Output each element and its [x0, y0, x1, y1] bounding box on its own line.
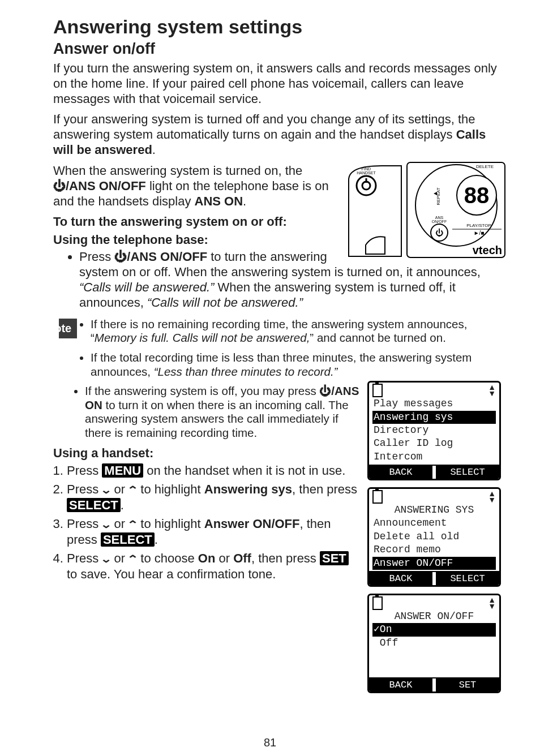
scroll-arrows-icon: ▲▼ [488, 491, 496, 503]
note-badge: note [59, 319, 77, 338]
step2-d: , then press [292, 482, 357, 496]
softkey-back[interactable]: BACK [369, 572, 436, 585]
menu-play-messages: Play messages [372, 397, 496, 410]
battery-icon [372, 490, 383, 504]
page-title: Answering system settings [53, 16, 506, 38]
menu-directory: Directory [372, 424, 496, 437]
screen-answering-sys: ▲▼ ANSWERING SYS Announcement Delete all… [367, 487, 501, 587]
power-icon: ⏻ [319, 384, 331, 397]
menu-announcement: Announcement [372, 517, 496, 530]
section-subtitle: Answer on/off [53, 40, 506, 58]
step4-c: to choose [137, 551, 198, 565]
step1-a: Press [67, 463, 102, 478]
set-key: SET [320, 551, 349, 565]
note-2: If the total recording time is less than… [91, 351, 506, 379]
battery-icon [372, 596, 383, 610]
select-key: SELECT [101, 532, 155, 547]
note3-a: If the answering system is off, you may … [85, 384, 319, 397]
step3-a: Press [67, 517, 102, 531]
svg-text:ON/OFF: ON/OFF [432, 220, 447, 224]
brand-label: vtech [473, 244, 502, 256]
softkey-select[interactable]: SELECT [436, 466, 499, 479]
softkey-back[interactable]: BACK [369, 466, 436, 479]
menu-caller-id-log: Caller ID log [372, 437, 496, 450]
step2-bold: Answering sys [204, 482, 292, 496]
power-icon: ⏻ [435, 228, 443, 237]
up-chevron-icon: ⌃ [127, 553, 139, 566]
find-handset-label: FIND [362, 167, 371, 171]
menu-intercom: Intercom [372, 450, 496, 463]
svg-text:►/■: ►/■ [474, 230, 485, 236]
step2-c: to highlight [137, 482, 204, 496]
softkey-back[interactable]: BACK [369, 678, 436, 691]
menu-key: MENU [102, 463, 143, 478]
menu-record-memo: Record memo [372, 543, 496, 556]
screen2-title: ANSWERING SYS [372, 504, 496, 517]
step2-a: Press [67, 482, 102, 496]
playstop-label: PLAY/STOP [466, 223, 491, 228]
intro-paragraph-2: If your answering system is turned off a… [53, 112, 506, 157]
power-icon: ⏻ [53, 179, 66, 193]
para3-tail: . [243, 194, 246, 208]
softkey-select[interactable]: SELECT [436, 572, 499, 585]
intro-paragraph-1: If you turn the answering system on, it … [53, 61, 506, 106]
screen3-title: ANSWER ON/OFF [372, 610, 496, 623]
step4-bold1: On [198, 551, 216, 565]
delete-label: DELETE [476, 164, 494, 169]
step3-bold: Answer ON/OFF [204, 517, 300, 531]
step4-e: to save. You hear a confirmation tone. [67, 567, 276, 581]
para3-bold2: ANS ON [195, 194, 243, 208]
down-chevron-icon: ⌄ [100, 518, 112, 531]
screen-answer-onoff: ▲▼ ANSWER ON/OFF ✓On Off BACK SET [367, 594, 501, 693]
menu-delete-all-old: Delete all old [372, 530, 496, 543]
step4-a: Press [67, 551, 102, 565]
note2-it: “Less than three minutes to record.” [154, 365, 338, 378]
step4-d: , then press [251, 551, 320, 565]
para3-a: When the answering system is turned on, … [53, 164, 302, 178]
step2-tail: . [121, 498, 124, 512]
power-icon: ⏻ [114, 250, 127, 264]
step4-bold2: Off [233, 551, 251, 565]
select-key: SELECT [67, 498, 121, 512]
up-chevron-icon: ⌃ [127, 484, 139, 497]
battery-icon [372, 384, 383, 397]
step3-b: or [110, 517, 128, 531]
option-on-selected: ✓On [372, 623, 496, 636]
up-chevron-icon: ⌃ [127, 518, 139, 531]
option-off: Off [372, 637, 496, 650]
base-bullet-quote2: “Calls will not be answered.” [147, 295, 303, 310]
svg-text:HANDSET: HANDSET [357, 171, 376, 175]
menu-answering-sys-selected: Answering sys [372, 411, 496, 424]
step4-mid: or [215, 551, 233, 565]
base-bullet-a: Press [79, 250, 114, 264]
scroll-arrows-icon: ▲▼ [488, 597, 496, 609]
para3-iconlabel: /ANS ON/OFF [66, 179, 146, 193]
screen-main-menu: ▲▼ Play messages Answering sys Directory… [367, 381, 501, 480]
step3-c: to highlight [137, 517, 204, 531]
svg-text:◂: ◂ [434, 189, 437, 197]
check-icon: ✓ [374, 624, 380, 635]
step1-b: on the handset when it is not in use. [143, 463, 345, 478]
note-1: If there is no remaining recording time,… [91, 317, 506, 345]
down-chevron-icon: ⌄ [100, 553, 112, 566]
svg-point-1 [362, 182, 370, 190]
svg-text:ANS: ANS [435, 216, 444, 220]
para2-tail: . [152, 143, 156, 157]
menu-answer-onoff-selected: Answer ON/OFF [372, 557, 496, 570]
para2-text: If your answering system is turned off a… [53, 112, 475, 141]
note1-it: Memory is full. Calls will not be answer… [95, 331, 310, 344]
softkey-set[interactable]: SET [436, 678, 499, 691]
telephone-base-illustration: FIND HANDSET 88 DELETE REPEAT ◂ ⏻ ANS ON… [348, 160, 506, 259]
handset-screens-column: ▲▼ Play messages Answering sys Directory… [367, 381, 506, 700]
step3-tail: . [155, 532, 158, 547]
down-chevron-icon: ⌄ [100, 484, 112, 497]
step4-b: or [110, 551, 128, 565]
scroll-arrows-icon: ▲▼ [488, 384, 496, 397]
page-number: 81 [0, 736, 540, 749]
note3-b: to turn it on when there is an incoming … [85, 398, 349, 439]
note1-b: ” and cannot be turned on. [310, 331, 446, 344]
base-bullet-icon: /ANS ON/OFF [127, 250, 207, 264]
step2-b: or [110, 482, 128, 496]
message-counter: 88 [464, 183, 490, 208]
base-bullet-quote1: “Calls will be answered.” [79, 280, 214, 294]
